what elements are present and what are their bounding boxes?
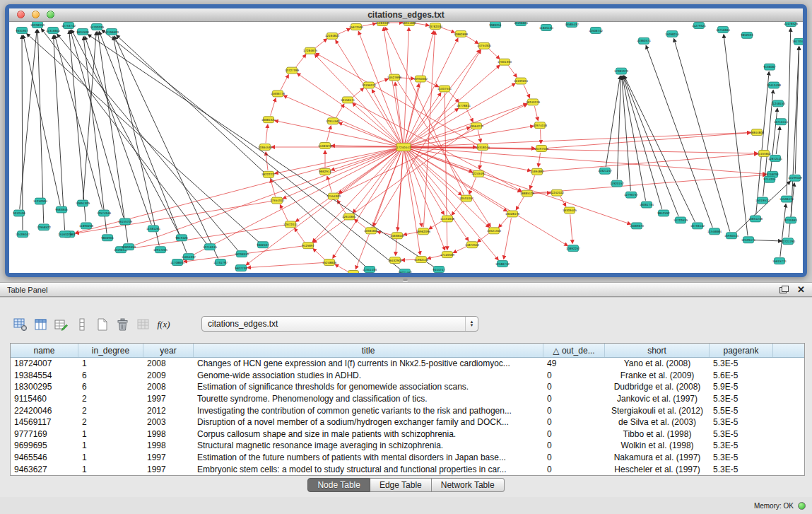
- graph-node[interactable]: 11341433: [363, 267, 377, 273]
- graph-node[interactable]: 12574946: [97, 210, 112, 216]
- table-row[interactable]: 1872400712008Changes of HCN gene express…: [11, 358, 804, 370]
- graph-node[interactable]: 9607738: [235, 265, 247, 271]
- graph-node[interactable]: 11250904: [33, 198, 48, 204]
- graph-node[interactable]: 14527696: [387, 74, 402, 81]
- tab-edge-table[interactable]: Edge Table: [370, 478, 432, 492]
- graph-node[interactable]: 9634508: [76, 28, 89, 35]
- edit-table-icon[interactable]: [51, 315, 71, 334]
- graph-node[interactable]: 10716245: [203, 244, 218, 250]
- graph-node[interactable]: 11007541: [437, 86, 452, 92]
- graph-node[interactable]: 9012406: [13, 210, 25, 216]
- graph-node[interactable]: 10208350: [30, 22, 45, 28]
- graph-node[interactable]: 11825134: [539, 24, 554, 30]
- graph-node[interactable]: 14702039: [90, 23, 105, 30]
- graph-node[interactable]: 16236910: [235, 251, 249, 257]
- table-row[interactable]: 946554611997Estimation of the future num…: [11, 452, 804, 464]
- column-header-pagerank[interactable]: pagerank: [710, 344, 773, 357]
- graph-node[interactable]: 10727399: [285, 67, 300, 74]
- graph-node[interactable]: 12796737: [624, 192, 639, 198]
- column-header-out_de[interactable]: △ out_de...: [543, 344, 605, 357]
- graph-node[interactable]: 13028476: [505, 211, 520, 217]
- table-row[interactable]: 1830029562008Estimation of significance …: [11, 381, 804, 393]
- table-row[interactable]: 946362711997Embryonic stem cells: a mode…: [11, 463, 804, 475]
- graph-node[interactable]: 9806904: [101, 235, 114, 241]
- table-row[interactable]: 1938455462009Genome-wide association stu…: [11, 370, 804, 382]
- graph-node[interactable]: 10439047: [16, 231, 30, 238]
- graph-node[interactable]: 16222227: [261, 171, 276, 177]
- graph-node[interactable]: 9862914: [319, 168, 331, 175]
- graph-node[interactable]: 16585437: [565, 22, 579, 27]
- graph-node[interactable]: 11248153: [771, 100, 786, 107]
- graph-node[interactable]: 10691309: [76, 200, 90, 206]
- graph-node[interactable]: 12242022: [550, 189, 565, 196]
- tab-node-table[interactable]: Node Table: [307, 478, 370, 492]
- graph-node[interactable]: 16710414: [774, 119, 789, 125]
- graph-node[interactable]: 10531057: [459, 195, 474, 201]
- citation-network-graph[interactable]: 1724044715318044122454971053105711431648…: [9, 22, 803, 273]
- graph-node[interactable]: 9136067: [763, 64, 776, 70]
- node-table[interactable]: namein_degreeyeartitle△ out_de...shortpa…: [10, 343, 805, 476]
- graph-node[interactable]: 11546864: [707, 228, 722, 235]
- column-header-name[interactable]: name: [11, 344, 78, 357]
- graph-node[interactable]: 11283309: [375, 22, 390, 25]
- graph-node[interactable]: 17284675: [303, 47, 318, 54]
- graph-node[interactable]: 16756664: [716, 26, 731, 33]
- row-height-icon[interactable]: [71, 315, 92, 334]
- graph-node[interactable]: 9852592: [657, 210, 670, 216]
- panel-resize-handle[interactable]: [403, 279, 408, 281]
- graph-node[interactable]: 9819426: [175, 235, 188, 241]
- graph-node[interactable]: 16309405: [563, 207, 577, 214]
- graph-node[interactable]: 11316602: [46, 27, 61, 33]
- tab-network-table[interactable]: Network Table: [432, 478, 505, 492]
- graph-node[interactable]: 16778811: [457, 103, 471, 109]
- graph-node[interactable]: 9714204: [763, 176, 776, 182]
- select-columns-icon[interactable]: [30, 315, 51, 334]
- column-header-in_degree[interactable]: in_degree: [78, 344, 143, 357]
- network-window-titlebar[interactable]: citations_edges.txt: [9, 8, 803, 22]
- graph-node[interactable]: 16884327: [261, 117, 276, 123]
- graph-node[interactable]: 17120569: [440, 252, 455, 258]
- graph-node[interactable]: 10360571: [637, 37, 652, 44]
- graph-node[interactable]: 16155709: [118, 218, 133, 225]
- graph-node[interactable]: 15497509: [534, 146, 549, 152]
- graph-node[interactable]: 10733442: [690, 223, 705, 229]
- graph-node[interactable]: 12610651: [342, 214, 357, 220]
- graph-node[interactable]: 10802653: [122, 244, 136, 250]
- graph-node[interactable]: 13964273: [469, 123, 484, 129]
- graph-node[interactable]: 12914560: [326, 118, 341, 124]
- graph-node[interactable]: 15615771: [772, 258, 787, 264]
- graph-node[interactable]: 17554300: [326, 193, 341, 199]
- graph-node[interactable]: 16432902: [388, 257, 403, 264]
- graph-node[interactable]: 16156571: [341, 97, 355, 103]
- graph-node[interactable]: 12917205: [153, 247, 168, 253]
- graph-node[interactable]: 10584601: [364, 228, 379, 234]
- graph-node[interactable]: 15248806: [322, 259, 337, 266]
- graph-node[interactable]: 15318044: [476, 144, 490, 151]
- table-row[interactable]: 1456911722003Disruption of a novel membe…: [11, 416, 804, 428]
- graph-node[interactable]: 12721790: [781, 238, 796, 245]
- function-builder-icon[interactable]: f(x): [153, 315, 174, 334]
- graph-node[interactable]: 12872121: [768, 155, 783, 161]
- graph-node[interactable]: 16021462: [398, 269, 413, 273]
- graph-node[interactable]: 10199409: [788, 175, 803, 181]
- graph-node[interactable]: 10892257: [566, 245, 581, 252]
- graph-node[interactable]: 12753742: [61, 22, 76, 28]
- graph-node[interactable]: 10321247: [598, 168, 613, 174]
- graph-node[interactable]: 12439204: [514, 78, 529, 84]
- graph-node[interactable]: 11890208: [79, 223, 94, 229]
- float-panel-icon[interactable]: [779, 286, 789, 293]
- column-header-title[interactable]: title: [194, 344, 543, 357]
- zoom-window-button[interactable]: [47, 11, 54, 18]
- table-row[interactable]: 977716911998Corpus callosum shape and si…: [11, 428, 804, 440]
- graph-node[interactable]: 17081979: [614, 68, 629, 74]
- graph-node[interactable]: 14506474: [779, 196, 794, 202]
- graph-node[interactable]: 16962096: [416, 228, 431, 235]
- graph-node[interactable]: 17554310: [270, 197, 285, 204]
- graph-node[interactable]: 12958522: [37, 224, 52, 230]
- table-settings-icon[interactable]: [10, 315, 30, 334]
- graph-node[interactable]: 16240376: [526, 99, 541, 105]
- graph-node[interactable]: 10364534: [258, 144, 273, 151]
- graph-node[interactable]: 16844806: [750, 129, 765, 136]
- graph-node[interactable]: 11478526: [784, 22, 799, 26]
- graph-node[interactable]: 10974018: [533, 122, 548, 129]
